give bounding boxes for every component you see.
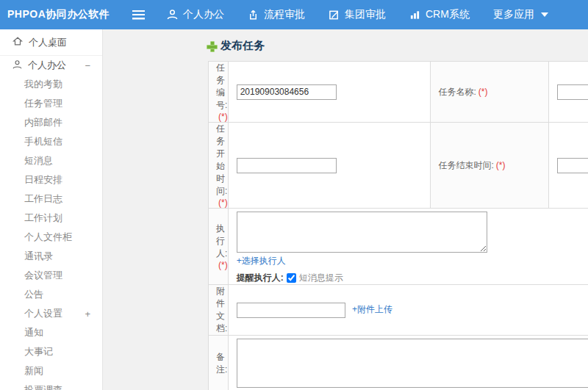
- task-no-input[interactable]: [237, 84, 337, 100]
- sidebar-item-file-cabinet[interactable]: 个人文件柜: [0, 228, 102, 247]
- nav-crm-system[interactable]: CRM系统: [398, 0, 481, 29]
- edit-icon: [329, 9, 340, 21]
- task-name-input[interactable]: [557, 84, 588, 100]
- sidebar-item-announcement[interactable]: 公告: [0, 285, 102, 304]
- page-title: 发布任务: [207, 39, 265, 53]
- bar-chart-icon: [409, 9, 420, 21]
- start-time-input[interactable]: [237, 158, 337, 173]
- remark-textarea[interactable]: [237, 339, 588, 388]
- app-logo: PHPOA协同办公软件: [0, 8, 131, 21]
- remark-label: 备注:: [209, 336, 229, 390]
- task-no-label: 任务编号:(*): [209, 62, 229, 123]
- sms-remind-label: 短消息提示: [299, 272, 343, 284]
- executor-textarea[interactable]: [237, 212, 487, 253]
- nav-group-approval[interactable]: 集团审批: [317, 0, 398, 29]
- sms-remind-checkbox[interactable]: [287, 273, 296, 283]
- sidebar-item-short-message[interactable]: 短消息: [0, 151, 102, 170]
- nav-more-apps[interactable]: 更多应用: [481, 0, 560, 29]
- attachment-input[interactable]: [237, 303, 345, 318]
- expand-icon[interactable]: +: [85, 308, 90, 319]
- start-time-label: 任务开始时间:(*): [209, 123, 229, 209]
- sidebar-item-work-plan[interactable]: 工作计划: [0, 209, 102, 228]
- top-navbar: PHPOA协同办公软件 个人办公 流程审批 集团审批 CRM系统 更多应用: [0, 0, 588, 29]
- user-icon: [167, 9, 178, 21]
- end-time-label: 任务结束时间:(*): [431, 123, 548, 209]
- sidebar-item-vote[interactable]: 投票调查: [0, 380, 102, 390]
- sidebar-item-work-log[interactable]: 工作日志: [0, 189, 102, 209]
- remind-executor-label: 提醒执行人:: [237, 272, 284, 284]
- sidebar-item-task-management[interactable]: 任务管理: [0, 94, 102, 113]
- sidebar-item-news[interactable]: 新闻: [0, 361, 102, 380]
- task-name-label: 任务名称:(*): [431, 62, 548, 123]
- choose-executor-link[interactable]: +选择执行人: [237, 255, 286, 267]
- workflow-icon: [248, 9, 259, 21]
- home-icon: [12, 36, 23, 48]
- sidebar-item-mobile-sms[interactable]: 手机短信: [0, 132, 102, 151]
- publish-task-form: 任务编号:(*) 任务名称:(*) 任务开始时间:(*) 任务结束时间:(*) …: [208, 61, 588, 390]
- attachment-upload-link[interactable]: +附件上传: [352, 304, 392, 314]
- main-content: 发布任务 任务编号:(*) 任务名称:(*) 任务开始时间:(*) 任务结束时间…: [103, 29, 588, 390]
- sidebar-item-attendance[interactable]: 我的考勤: [0, 75, 102, 94]
- sidebar-item-internal-mail[interactable]: 内部邮件: [0, 113, 102, 132]
- sidebar-item-contacts[interactable]: 通讯录: [0, 247, 102, 266]
- sidebar-item-schedule[interactable]: 日程安排: [0, 170, 102, 189]
- sidebar-item-events[interactable]: 大事记: [0, 342, 102, 361]
- sidebar-item-meeting[interactable]: 会议管理: [0, 266, 102, 285]
- attachment-label: 附件文档:: [209, 285, 229, 336]
- sidebar-item-desktop[interactable]: 个人桌面: [0, 29, 102, 56]
- sidebar-item-personal-settings[interactable]: 个人设置 +: [0, 304, 102, 323]
- hamburger-menu-icon[interactable]: [132, 10, 145, 20]
- sidebar-item-personal-office[interactable]: 个人办公 −: [0, 56, 102, 75]
- user-icon: [12, 59, 22, 72]
- chevron-down-icon: [541, 12, 548, 17]
- collapse-icon[interactable]: −: [85, 60, 90, 71]
- add-icon: [207, 41, 216, 51]
- sidebar: 个人桌面 个人办公 − 我的考勤 任务管理 内部邮件 手机短信 短消息 日程安排…: [0, 29, 103, 390]
- nav-workflow-approval[interactable]: 流程审批: [236, 0, 317, 29]
- nav-personal-office[interactable]: 个人办公: [155, 0, 236, 29]
- sidebar-item-notice[interactable]: 通知: [0, 323, 102, 342]
- executor-label: 执行人:(*): [209, 209, 229, 285]
- end-time-input[interactable]: [557, 158, 588, 173]
